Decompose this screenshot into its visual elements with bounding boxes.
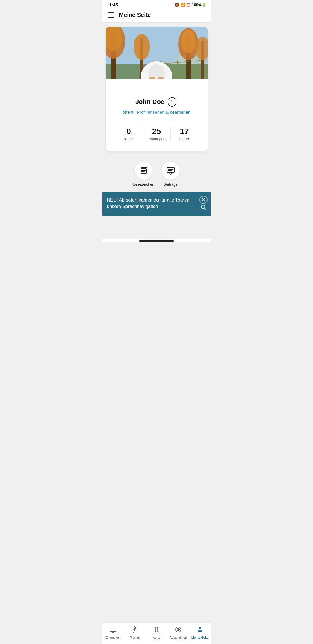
status-icons: 🔕 📶 ⏰ 100%🔋 [174,3,206,7]
svg-rect-40 [167,167,174,173]
status-bar: 11:45 🔕 📶 ⏰ 100%🔋 [102,0,211,8]
status-time: 11:45 [107,2,118,7]
close-icon [202,198,205,202]
posts-icon-circle [161,161,180,180]
svg-rect-37 [141,170,147,171]
svg-rect-35 [141,167,147,168]
svg-point-8 [134,34,150,60]
hamburger-line [108,15,114,16]
svg-text:+: + [171,102,173,104]
notification-search-icon [201,204,207,212]
stat-touren: 17 Touren [171,127,198,141]
stats-row: 0 Tracks 25 Planungen 17 Touren [110,120,203,146]
svg-line-47 [204,208,206,210]
notification-banner: NEU: Ab sofort kannst du für alle Touren… [102,192,211,216]
stat-planungen-label: Planungen [143,137,170,141]
hamburger-line [108,12,114,13]
bookmarks-icon [139,166,148,175]
bookmarks-label: Lesezeichen [133,182,154,187]
scroll-indicator [102,239,211,242]
avatar[interactable] [141,61,172,79]
bottom-spacer [102,216,211,239]
posts-label: Beiträge [163,182,177,187]
menu-button[interactable] [107,11,116,19]
svg-marker-41 [169,173,173,174]
stat-tracks: 0 Tracks [115,127,143,141]
profile-info: John Doe PRO + öffentl. Profil ansehen &… [106,79,208,151]
wifi-icon: 📶 [180,3,185,7]
hamburger-line [108,17,114,18]
stat-touren-label: Touren [171,137,198,141]
stat-tracks-label: Tracks [115,137,143,141]
profile-link[interactable]: öffentl. Profil ansehen & bearbeiten [123,110,190,115]
svg-rect-39 [141,169,146,174]
scroll-bar [139,240,174,242]
stat-touren-value: 17 [171,127,198,136]
stat-planungen: 25 Planungen [143,127,170,141]
quick-actions: Lesezeichen Beiträge [102,155,211,192]
pro-badge: PRO + [167,96,178,107]
stat-tracks-value: 0 [115,127,143,136]
posts-action[interactable]: Beiträge [161,161,180,187]
bookmarks-action[interactable]: Lesezeichen [133,161,154,187]
bookmarks-icon-circle [134,161,153,180]
profile-card: John Doe PRO + öffentl. Profil ansehen &… [106,27,208,151]
alarm-icon: ⏰ [186,3,191,7]
cover-image [106,27,208,79]
page-title: Meine Seite [119,12,151,18]
mute-icon: 🔕 [174,3,179,7]
battery-icon: 100%🔋 [192,3,206,7]
main-content: John Doe PRO + öffentl. Profil ansehen &… [102,27,211,239]
header: Meine Seite [102,8,211,23]
profile-name: John Doe [135,98,164,106]
svg-point-11 [181,30,196,53]
notification-text: NEU: Ab sofort kannst du für alle Touren… [107,197,197,210]
notification-close-button[interactable] [199,196,208,204]
profile-name-row: John Doe PRO + [110,96,203,107]
svg-text:PRO: PRO [170,99,175,101]
posts-icon [166,166,175,175]
stat-planungen-value: 25 [143,127,170,136]
